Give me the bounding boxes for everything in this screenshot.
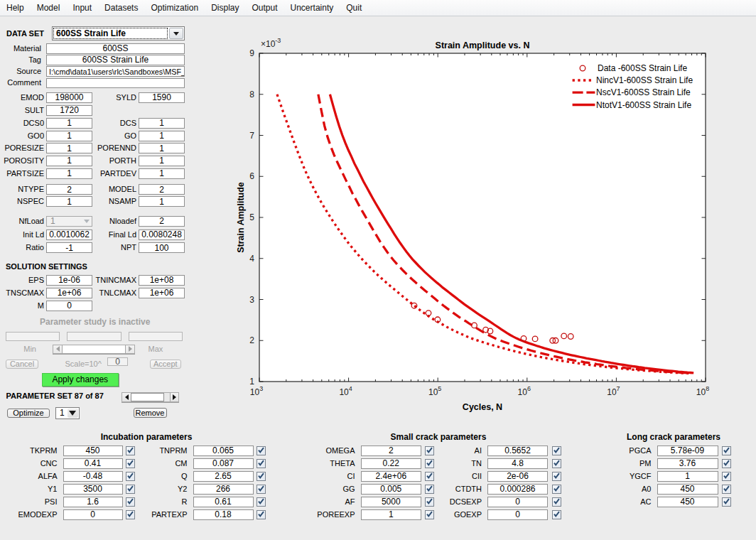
ci-field[interactable]: 2.4e+06: [361, 471, 422, 482]
set-index-dropdown-button[interactable]: [68, 409, 78, 418]
ac-checkbox[interactable]: [722, 497, 731, 507]
slider-right-button[interactable]: [170, 393, 178, 402]
y1-checkbox[interactable]: [126, 485, 135, 494]
porosity-field[interactable]: 1: [46, 156, 92, 166]
source-field[interactable]: I:\cmd\data1\users\rlc\Sandboxes\MSF_: [46, 66, 185, 77]
nloadef-field[interactable]: 2: [139, 216, 185, 227]
tkprm-field[interactable]: 450: [63, 446, 123, 456]
init-ld-field[interactable]: 0.0010062: [46, 230, 92, 240]
final-ld-field[interactable]: 0.0080248: [139, 230, 185, 240]
go-field[interactable]: 1: [139, 131, 185, 141]
emodexp-field[interactable]: 0: [63, 509, 123, 520]
dcs-field[interactable]: 1: [139, 118, 185, 129]
pm-field[interactable]: 3.76: [657, 458, 718, 469]
model-field[interactable]: 2: [139, 184, 185, 195]
ygcf-checkbox[interactable]: [722, 472, 731, 481]
slider-track[interactable]: [164, 393, 170, 402]
cii-field[interactable]: 2e-06: [487, 471, 548, 482]
porth-field[interactable]: 1: [139, 156, 185, 166]
a0-checkbox[interactable]: [722, 485, 731, 494]
psi-field[interactable]: 1.6: [63, 497, 123, 507]
theta-field[interactable]: 0.22: [361, 458, 422, 469]
menu-item-optimization[interactable]: Optimization: [144, 0, 205, 16]
partdev-field[interactable]: 1: [139, 168, 185, 179]
tag-field[interactable]: 600SS Strain Life: [46, 55, 185, 65]
ac-field[interactable]: 450: [657, 497, 718, 507]
goexp-checkbox[interactable]: [552, 510, 561, 519]
emod-field[interactable]: 198000: [46, 92, 92, 103]
slider-thumb[interactable]: [131, 393, 164, 402]
alfa-checkbox[interactable]: [126, 472, 135, 481]
omega-field[interactable]: 2: [361, 446, 422, 456]
ai-field[interactable]: 0.5652: [487, 446, 548, 456]
menu-item-quit[interactable]: Quit: [340, 0, 368, 16]
tn-checkbox[interactable]: [552, 459, 561, 468]
tn-field[interactable]: 4.8: [487, 458, 548, 469]
menu-item-input[interactable]: Input: [66, 0, 98, 16]
ai-checkbox[interactable]: [552, 446, 561, 455]
ctdth-checkbox[interactable]: [552, 485, 561, 494]
q-field[interactable]: 2.65: [193, 471, 254, 482]
apply-changes-button[interactable]: Apply changes: [42, 373, 119, 387]
cnc-field[interactable]: 0.41: [63, 458, 123, 469]
dcsexp-field[interactable]: 0: [487, 497, 548, 507]
y2-checkbox[interactable]: [256, 485, 266, 494]
parameter-set-slider[interactable]: [122, 392, 179, 403]
gg-field[interactable]: 0.005: [361, 484, 422, 495]
optimize-button[interactable]: Optimize: [7, 409, 50, 418]
cii-checkbox[interactable]: [552, 472, 561, 481]
m-field[interactable]: 0: [46, 301, 92, 311]
pgca-checkbox[interactable]: [722, 446, 731, 455]
partexp-field[interactable]: 0.18: [193, 509, 254, 520]
poresize-field[interactable]: 1: [46, 143, 92, 153]
partexp-checkbox[interactable]: [256, 510, 266, 519]
ratio-field[interactable]: -1: [46, 242, 92, 253]
comment-field[interactable]: [46, 78, 185, 89]
menu-item-model[interactable]: Model: [31, 0, 67, 16]
menu-item-output[interactable]: Output: [246, 0, 284, 16]
goexp-field[interactable]: 0: [487, 509, 548, 520]
sult-field[interactable]: 1720: [46, 105, 92, 116]
cm-field[interactable]: 0.087: [193, 458, 254, 469]
tnincmax-field[interactable]: 1e+08: [139, 275, 185, 286]
tnprm-field[interactable]: 0.065: [193, 446, 254, 456]
r-checkbox[interactable]: [256, 497, 266, 507]
psi-checkbox[interactable]: [126, 497, 135, 507]
set-index-combobox[interactable]: 1: [55, 407, 80, 419]
go0-field[interactable]: 1: [46, 131, 92, 141]
material-field[interactable]: 600SS: [46, 43, 185, 54]
menu-item-help[interactable]: Help: [0, 0, 31, 16]
poreexp-field[interactable]: 1: [361, 509, 422, 520]
npt-field[interactable]: 100: [139, 242, 185, 253]
syld-field[interactable]: 1590: [139, 92, 185, 103]
r-field[interactable]: 0.61: [193, 497, 254, 507]
q-checkbox[interactable]: [256, 472, 266, 481]
data-set-combobox[interactable]: 600SS Strain Life: [52, 26, 185, 40]
eps-field[interactable]: 1e-06: [46, 275, 92, 286]
nspec-field[interactable]: 1: [46, 196, 92, 207]
ygcf-field[interactable]: 1: [657, 471, 718, 482]
y2-field[interactable]: 266: [193, 484, 254, 495]
nsamp-field[interactable]: 1: [139, 196, 185, 207]
remove-button[interactable]: Remove: [134, 408, 167, 418]
menu-item-datasets[interactable]: Datasets: [98, 0, 144, 16]
ntype-field[interactable]: 2: [46, 184, 92, 195]
menu-item-uncertainty[interactable]: Uncertainty: [284, 0, 340, 16]
emodexp-checkbox[interactable]: [126, 510, 135, 519]
af-field[interactable]: 5000: [361, 497, 422, 507]
alfa-field[interactable]: -0.48: [63, 471, 123, 482]
porennd-field[interactable]: 1: [139, 143, 185, 153]
tkprm-checkbox[interactable]: [126, 446, 135, 455]
tnprm-checkbox[interactable]: [256, 446, 266, 455]
pm-checkbox[interactable]: [722, 459, 731, 468]
pgca-field[interactable]: 5.78e-09: [657, 446, 718, 456]
y1-field[interactable]: 3500: [63, 484, 123, 495]
cnc-checkbox[interactable]: [126, 459, 135, 468]
partsize-field[interactable]: 1: [46, 168, 92, 179]
ctdth-field[interactable]: 0.000286: [487, 484, 548, 495]
dcsexp-checkbox[interactable]: [552, 497, 561, 507]
data-set-dropdown-button[interactable]: [169, 28, 183, 39]
menu-item-display[interactable]: Display: [205, 0, 245, 16]
dcs0-field[interactable]: 1: [46, 118, 92, 129]
tnscmax-field[interactable]: 1e+06: [46, 288, 92, 298]
